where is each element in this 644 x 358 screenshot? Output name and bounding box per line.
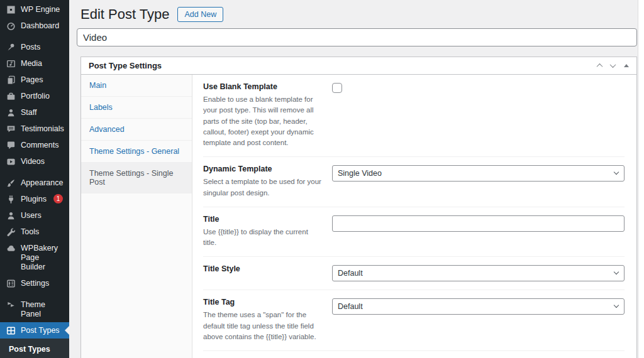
- sidebar-item-theme-panel[interactable]: Theme Panel: [0, 296, 69, 322]
- title-input[interactable]: [332, 215, 625, 232]
- tab-theme-settings-single-post[interactable]: Theme Settings - Single Post: [81, 163, 192, 193]
- sidebar-item-label: Comments: [21, 140, 58, 150]
- sidebar-item-users[interactable]: Users: [0, 207, 69, 224]
- sidebar-item-videos[interactable]: Videos: [0, 153, 69, 170]
- tab-main[interactable]: Main: [81, 75, 192, 97]
- title-style-select[interactable]: Default: [332, 265, 625, 281]
- admin-sidebar: WP Engine Dashboard Posts Media Pages: [0, 0, 69, 358]
- scrollbar[interactable]: [638, 0, 644, 358]
- dynamic-template-select[interactable]: Single Video: [332, 165, 625, 182]
- wpengine-logo-icon: [6, 4, 16, 14]
- person-icon: [6, 107, 16, 117]
- setting-description: Select a template to be used for your si…: [203, 176, 322, 198]
- sidebar-item-label: Portfolio: [21, 91, 50, 101]
- add-new-button[interactable]: Add New: [177, 7, 223, 22]
- plugin-icon: [6, 194, 16, 204]
- settings-form: Use Blank Template Enable to use a blank…: [192, 75, 636, 358]
- sidebar-item-label: Staff: [21, 107, 36, 117]
- sidebar-item-label: Pages: [21, 75, 43, 85]
- setting-label: Title: [203, 215, 322, 224]
- setting-description: The theme uses a "span" for the default …: [203, 310, 322, 342]
- sidebar-item-media[interactable]: Media: [0, 55, 69, 72]
- sidebar-item-settings[interactable]: Settings: [0, 275, 69, 291]
- submenu-item-post-types[interactable]: Post Types: [0, 342, 69, 357]
- sidebar-item-label: Appearance: [21, 178, 63, 188]
- sidebar-item-label: WP Engine: [21, 4, 60, 14]
- grid-icon: [6, 325, 16, 335]
- setting-label: Use Blank Template: [203, 82, 322, 91]
- sidebar-item-wpbakery[interactable]: WPBakery Page Builder: [0, 240, 69, 275]
- sidebar-item-label: Posts: [21, 42, 40, 52]
- setting-label: Title Tag: [203, 298, 322, 306]
- settings-tabs: Main Labels Advanced Theme Settings - Ge…: [81, 75, 192, 358]
- menu-separator: [0, 170, 69, 175]
- setting-row-title-style: Title Style Default: [203, 257, 625, 290]
- sidebar-item-testimonials[interactable]: Testimonials: [0, 121, 69, 137]
- sidebar-item-tools[interactable]: Tools: [0, 224, 69, 240]
- sidebar-item-pages[interactable]: Pages: [0, 72, 69, 88]
- move-up-icon[interactable]: [597, 63, 603, 70]
- pages-icon: [6, 75, 16, 85]
- collapse-panel-icon[interactable]: [624, 64, 629, 67]
- sidebar-item-label: Dashboard: [21, 21, 59, 31]
- sidebar-item-label: Plugins: [21, 194, 47, 204]
- move-down-icon[interactable]: [610, 62, 616, 68]
- panel-body: Main Labels Advanced Theme Settings - Ge…: [81, 75, 636, 358]
- tab-labels[interactable]: Labels: [81, 97, 192, 119]
- comment-icon: [6, 140, 16, 150]
- title-tag-select[interactable]: Default: [332, 298, 625, 315]
- sidebar-item-label: Media: [21, 58, 42, 68]
- dashboard-icon: [6, 21, 16, 31]
- setting-row-use-blank-template: Use Blank Template Enable to use a blank…: [203, 75, 625, 157]
- setting-label: Title Style: [203, 264, 322, 273]
- paintbrush-icon: [6, 178, 16, 188]
- sidebar-item-staff[interactable]: Staff: [0, 104, 69, 121]
- sidebar-item-label: Users: [21, 210, 42, 220]
- plugins-update-badge: 1: [53, 194, 63, 203]
- video-icon: [6, 156, 16, 166]
- portfolio-icon: [6, 91, 16, 101]
- sidebar-item-label: Videos: [21, 156, 45, 166]
- sidebar-item-label: Theme Panel: [21, 300, 64, 319]
- sidebar-item-wp-engine[interactable]: WP Engine: [0, 1, 69, 18]
- sidebar-item-portfolio[interactable]: Portfolio: [0, 88, 69, 104]
- use-blank-template-checkbox[interactable]: [332, 83, 342, 93]
- setting-description: Enable to use a blank template for your …: [203, 94, 322, 148]
- wrench-icon: [6, 227, 16, 237]
- tab-theme-settings-general[interactable]: Theme Settings - General: [81, 141, 192, 163]
- tab-advanced[interactable]: Advanced: [81, 119, 192, 141]
- post-type-settings-panel: Post Type Settings Main Labels Advanced …: [80, 57, 637, 358]
- page-header: Edit Post Type Add New: [77, 0, 631, 23]
- setting-row-layout: Layout Default: [203, 351, 625, 358]
- sidebar-item-appearance[interactable]: Appearance: [0, 175, 69, 191]
- panel-title: Post Type Settings: [89, 61, 162, 70]
- sidebar-item-dashboard[interactable]: Dashboard: [0, 18, 69, 34]
- current-item-arrow: [60, 326, 69, 335]
- setting-label: Dynamic Template: [203, 165, 322, 173]
- sidebar-item-posts[interactable]: Posts: [0, 39, 69, 55]
- sidebar-item-label: Tools: [21, 227, 39, 237]
- main-content: Edit Post Type Add New Post Type Setting…: [69, 0, 638, 358]
- page-title: Edit Post Type: [80, 6, 169, 23]
- menu-separator: [0, 291, 69, 296]
- sidebar-item-post-types[interactable]: Post Types: [0, 322, 69, 339]
- sidebar-item-label: Testimonials: [21, 124, 64, 134]
- theme-panel-icon: [6, 300, 16, 310]
- sidebar-item-plugins[interactable]: Plugins 1: [0, 191, 69, 207]
- pushpin-icon: [6, 42, 16, 52]
- sidebar-item-label: Settings: [21, 278, 49, 288]
- setting-row-dynamic-template: Dynamic Template Select a template to be…: [203, 157, 625, 207]
- post-type-name-input[interactable]: [77, 28, 637, 46]
- panel-header: Post Type Settings: [81, 57, 636, 75]
- menu-separator: [0, 34, 69, 39]
- setting-row-title: Title Use {{title}} to display the curre…: [203, 207, 625, 258]
- settings-icon: [6, 278, 16, 288]
- sidebar-item-label: WPBakery Page Builder: [21, 243, 64, 272]
- media-icon: [6, 58, 16, 68]
- person-icon: [6, 210, 16, 220]
- setting-description: Use {{title}} to display the current tit…: [203, 227, 322, 249]
- cloud-icon: [6, 243, 16, 253]
- panel-handle-actions: [597, 63, 629, 68]
- testimonial-icon: [6, 124, 16, 134]
- sidebar-item-comments[interactable]: Comments: [0, 137, 69, 153]
